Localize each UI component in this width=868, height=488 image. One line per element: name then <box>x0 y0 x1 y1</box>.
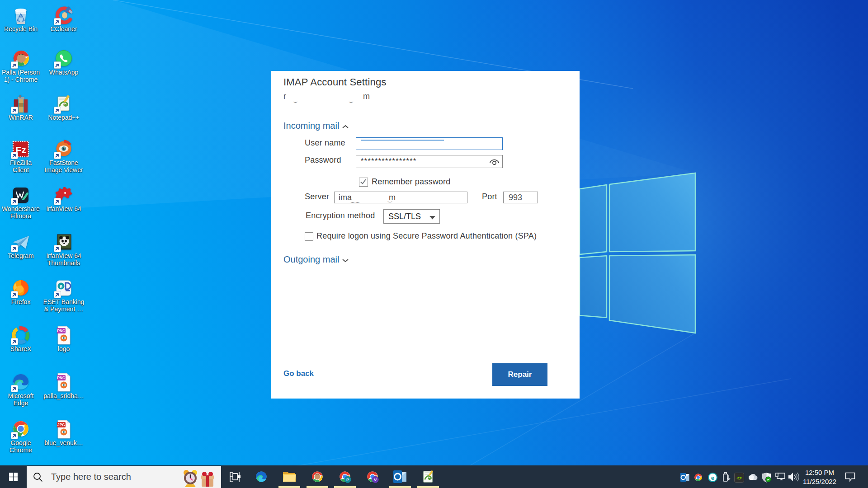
svg-text:PNG: PNG <box>57 328 65 333</box>
svg-text:e: e <box>711 474 715 481</box>
svg-text:P: P <box>346 477 349 482</box>
svg-text:JPG: JPG <box>57 422 65 427</box>
svg-text:V: V <box>374 477 377 482</box>
svg-text:e: e <box>60 283 63 290</box>
svg-text:PNG: PNG <box>57 375 65 380</box>
